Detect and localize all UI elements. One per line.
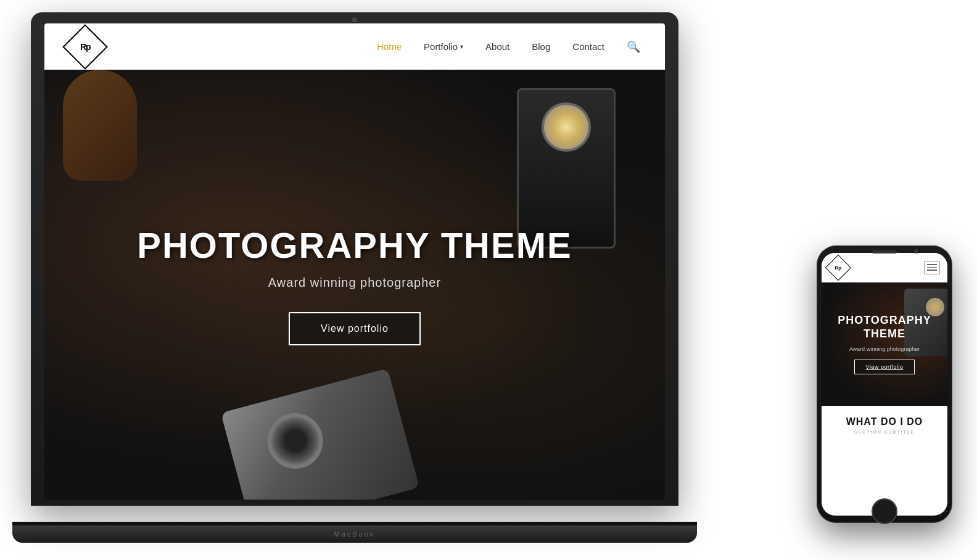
phone-hero-section: PHOTOGRAPHYTHEME Award winning photograp… [822,282,947,406]
hero-content: PHOTOGRAPHY THEME Award winning photogra… [137,224,572,345]
nav-blog[interactable]: Blog [532,41,550,52]
phone-logo[interactable]: Rp [825,254,851,280]
phone-section-title: WHAT DO I DO [829,416,940,427]
camera-lens [262,407,329,475]
nav-portfolio-link[interactable]: Portfolio [424,41,458,52]
site-logo[interactable]: Rp [62,24,108,70]
scene: Rp Home Portfolio ▾ Abo [0,0,977,560]
laptop-brand: MacBook [334,530,376,538]
chevron-down-icon: ▾ [460,43,463,50]
hamburger-line-1 [927,264,937,265]
nav-home[interactable]: Home [377,41,402,52]
hamburger-line-3 [927,270,937,271]
phone-hero-subtitle: Award winning photographer [838,346,931,352]
nav-blog-link[interactable]: Blog [532,41,550,52]
nav-contact-link[interactable]: Contact [572,41,604,52]
nav-home-link[interactable]: Home [377,41,402,52]
laptop-body: Rp Home Portfolio ▾ Abo [31,12,678,506]
search-icon[interactable]: 🔍 [627,41,640,53]
nav-search[interactable]: 🔍 [627,40,640,54]
nav-about[interactable]: About [485,41,509,52]
phone-screen: Rp PHOTOGRAPHYTHEME [822,253,947,516]
phone-body: Rp PHOTOGRAPHYTHEME [817,245,952,523]
nav-links: Home Portfolio ▾ About Blog [377,40,640,54]
nav-about-link[interactable]: About [485,41,509,52]
nav-contact[interactable]: Contact [572,41,604,52]
camera-strap-decoration [63,70,137,181]
phone-speaker [872,250,897,253]
logo-text: Rp [80,41,91,51]
hero-subtitle: Award winning photographer [137,276,572,290]
phone-view-portfolio-button[interactable]: View portfolio [854,360,915,374]
phone-what-section: WHAT DO I DO SECTION SUBTITLE [822,406,947,444]
laptop-screen: Rp Home Portfolio ▾ Abo [44,23,665,500]
phone-hero-content: PHOTOGRAPHYTHEME Award winning photograp… [838,314,931,374]
meter-dial [542,102,591,152]
nav-portfolio[interactable]: Portfolio ▾ [424,41,463,52]
hero-section: PHOTOGRAPHY THEME Award winning photogra… [44,70,665,500]
phone-nav: Rp [822,253,947,282]
phone-section-subtitle: SECTION SUBTITLE [829,430,940,434]
hero-title: PHOTOGRAPHY THEME [137,224,572,266]
phone-camera-icon [914,249,918,253]
view-portfolio-button[interactable]: View portfolio [289,312,421,345]
hamburger-line-2 [927,267,937,268]
hamburger-menu-button[interactable] [924,261,940,274]
phone-hero-title: PHOTOGRAPHYTHEME [838,314,931,340]
phone-home-button[interactable] [872,498,897,524]
site-nav: Rp Home Portfolio ▾ Abo [44,23,665,70]
phone: Rp PHOTOGRAPHYTHEME [817,245,952,523]
phone-logo-text: Rp [835,265,842,270]
laptop-base: MacBook [12,525,697,543]
laptop-camera [352,17,357,22]
laptop: Rp Home Portfolio ▾ Abo [31,12,678,543]
